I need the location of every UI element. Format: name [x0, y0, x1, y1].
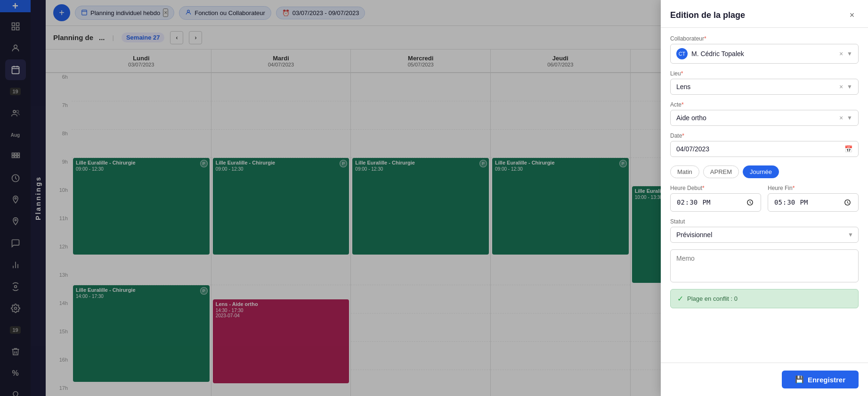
conflict-check-icon: ✓ [677, 294, 683, 303]
enregistrer-label: Enregistrer [808, 376, 845, 384]
time-row: Heure Debut* Heure Fin* [670, 185, 859, 212]
journee-button[interactable]: Journée [743, 165, 779, 178]
lieu-label: Lieu* [670, 70, 859, 77]
acte-input[interactable] [676, 114, 836, 122]
lieu-input-wrap[interactable]: × ▼ [670, 79, 859, 95]
acte-group: Acte* × ▼ [670, 101, 859, 126]
conflict-text: Plage en conflit : 0 [687, 295, 738, 302]
date-label: Date* [670, 132, 859, 139]
save-icon: 💾 [795, 375, 804, 384]
collaborateur-group: Collaborateur* CT × ▼ [670, 35, 859, 64]
lieu-group: Lieu* × ▼ [670, 70, 859, 95]
lieu-input[interactable] [676, 83, 836, 91]
heure-fin-wrap[interactable] [768, 193, 859, 212]
modal-overlay: Edition de la plage × Collaborateur* CT … [0, 0, 868, 396]
statut-group: Statut Prévisionnel Confirmé Annulé ▼ [670, 218, 859, 243]
acte-input-wrap[interactable]: × ▼ [670, 110, 859, 126]
date-group: Date* 📅 [670, 132, 859, 157]
modal-close-button[interactable]: × [845, 8, 859, 22]
statut-select-wrap[interactable]: Prévisionnel Confirmé Annulé ▼ [670, 227, 859, 243]
enregistrer-button[interactable]: 💾 Enregistrer [782, 371, 859, 388]
acte-label: Acte* [670, 101, 859, 108]
acte-clear-button[interactable]: × [839, 114, 843, 122]
collaborateur-clear-button[interactable]: × [839, 50, 843, 58]
collaborateur-input[interactable] [691, 50, 836, 58]
statut-label: Statut [670, 218, 859, 225]
date-input-wrap[interactable]: 📅 [670, 141, 859, 157]
date-input[interactable] [676, 145, 841, 153]
lieu-expand-button[interactable]: ▼ [847, 83, 852, 90]
modal-footer: 💾 Enregistrer [661, 363, 868, 396]
collaborateur-expand-button[interactable]: ▼ [847, 50, 852, 57]
heure-fin-group: Heure Fin* [768, 185, 859, 212]
modal-body: Collaborateur* CT × ▼ Lieu* × ▼ [661, 28, 868, 363]
modal-title: Edition de la plage [670, 10, 745, 20]
heure-debut-wrap[interactable] [670, 193, 761, 212]
date-calendar-icon: 📅 [844, 145, 852, 153]
heure-debut-group: Heure Debut* [670, 185, 761, 212]
lieu-clear-button[interactable]: × [839, 83, 843, 91]
day-toggle-row: Matin APREM Journée [670, 165, 859, 178]
collaborateur-avatar: CT [676, 48, 688, 59]
modal-header: Edition de la plage × [661, 0, 868, 28]
matin-button[interactable]: Matin [670, 165, 699, 178]
aprem-button[interactable]: APREM [703, 165, 739, 178]
acte-expand-button[interactable]: ▼ [847, 115, 852, 121]
statut-select[interactable]: Prévisionnel Confirmé Annulé [676, 231, 852, 239]
conflict-bar: ✓ Plage en conflit : 0 [670, 289, 859, 308]
memo-textarea[interactable] [670, 249, 859, 282]
collaborateur-input-wrap[interactable]: CT × ▼ [670, 44, 859, 64]
heure-debut-input[interactable] [676, 198, 755, 207]
heure-fin-input[interactable] [774, 198, 852, 207]
heure-debut-label: Heure Debut* [670, 185, 761, 191]
collaborateur-label: Collaborateur* [670, 35, 859, 42]
modal-panel: Edition de la plage × Collaborateur* CT … [661, 0, 868, 396]
heure-fin-label: Heure Fin* [768, 185, 859, 191]
